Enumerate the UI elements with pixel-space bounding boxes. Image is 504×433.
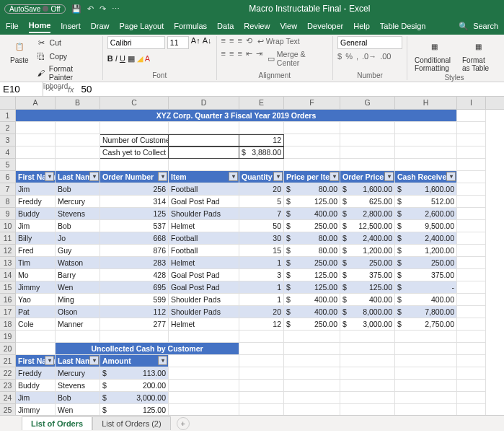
cell[interactable]: 20	[239, 306, 284, 318]
cell[interactable]: Stevens	[56, 208, 100, 220]
undo-icon[interactable]: ↶	[87, 4, 94, 14]
filter-dropdown-icon[interactable]: ▾	[45, 356, 54, 365]
cell[interactable]: $400.00	[284, 306, 340, 318]
cell[interactable]	[16, 134, 56, 146]
cell[interactable]: 695	[100, 281, 169, 294]
cell[interactable]	[457, 343, 486, 355]
cell[interactable]	[56, 331, 100, 343]
row-header[interactable]: 12	[0, 245, 16, 257]
align-left-icon[interactable]: ≡	[221, 49, 226, 68]
cell[interactable]	[457, 331, 486, 343]
cell[interactable]	[457, 159, 486, 171]
cell[interactable]	[169, 404, 239, 415]
copy-button[interactable]: ⿻Copy	[35, 50, 98, 63]
row-header[interactable]: 9	[0, 208, 16, 220]
cell[interactable]	[16, 146, 56, 159]
row-header[interactable]: 3	[0, 134, 16, 146]
cell[interactable]	[457, 281, 486, 294]
row-header[interactable]: 8	[0, 196, 16, 208]
cell[interactable]	[239, 122, 284, 134]
font-color-icon[interactable]: A	[145, 54, 150, 64]
tab-file[interactable]: File	[6, 19, 19, 32]
increase-decimal-icon[interactable]: .0→	[362, 52, 376, 61]
cell[interactable]: Bob	[56, 183, 100, 196]
cell[interactable]: 1	[239, 281, 284, 294]
cell[interactable]	[457, 110, 486, 122]
cell[interactable]: 15	[239, 245, 284, 257]
col-header[interactable]: F	[284, 97, 340, 109]
cell[interactable]: Helmet	[169, 220, 239, 232]
cell[interactable]	[457, 294, 486, 306]
cell[interactable]	[457, 134, 486, 146]
redo-icon[interactable]: ↷	[100, 4, 106, 14]
indent-decrease-icon[interactable]: ⇤	[246, 49, 252, 68]
cell[interactable]	[284, 122, 340, 134]
cell[interactable]	[395, 134, 457, 146]
cell[interactable]	[457, 183, 486, 196]
cell[interactable]: Quantity▾	[239, 171, 284, 183]
cell[interactable]	[284, 343, 340, 355]
cell[interactable]: Jimmy	[16, 281, 56, 294]
cell[interactable]: $3,888.00	[239, 146, 284, 159]
tab-developer[interactable]: Developer	[307, 19, 343, 32]
cell[interactable]: 314	[100, 196, 169, 208]
cell[interactable]: $2,600.00	[395, 208, 457, 220]
cell[interactable]: Cash Received▾	[395, 171, 457, 183]
filter-dropdown-icon[interactable]: ▾	[158, 356, 167, 365]
number-format-select[interactable]	[337, 36, 402, 49]
row-header[interactable]: 20	[0, 343, 16, 355]
tab-page-layout[interactable]: Page Layout	[119, 19, 164, 32]
cell[interactable]: Watson	[56, 257, 100, 269]
cell[interactable]	[169, 134, 239, 146]
cell[interactable]	[340, 404, 395, 415]
cell[interactable]	[169, 380, 239, 392]
cell[interactable]	[169, 392, 239, 404]
enter-formula-icon[interactable]: ✓	[57, 84, 63, 94]
cell[interactable]	[340, 134, 395, 146]
cell[interactable]	[457, 404, 486, 415]
bold-button[interactable]: B	[107, 54, 113, 64]
row-header[interactable]: 23	[0, 380, 16, 392]
formula-input[interactable]	[79, 82, 504, 96]
cell[interactable]: $200.00	[100, 380, 169, 392]
cell[interactable]: First Name▾	[16, 355, 56, 367]
tab-formulas[interactable]: Formulas	[174, 19, 207, 32]
cell[interactable]: Bob	[56, 392, 100, 404]
col-header[interactable]: A	[16, 97, 56, 109]
cell[interactable]: 12	[239, 318, 284, 331]
cell[interactable]	[457, 367, 486, 380]
cell[interactable]	[395, 367, 457, 380]
tab-review[interactable]: Review	[244, 19, 270, 32]
row-header[interactable]: 18	[0, 318, 16, 331]
cell[interactable]	[395, 331, 457, 343]
cell[interactable]	[239, 380, 284, 392]
cell[interactable]	[56, 122, 100, 134]
cell[interactable]: $2,400.00	[340, 232, 395, 245]
row-header[interactable]: 15	[0, 281, 16, 294]
cell[interactable]	[284, 134, 340, 146]
cell[interactable]: Goal Post Pad	[169, 269, 239, 281]
cell[interactable]	[239, 331, 284, 343]
paste-button[interactable]: 📋 Paste	[7, 36, 32, 66]
cell[interactable]	[340, 122, 395, 134]
cell[interactable]	[284, 392, 340, 404]
cell[interactable]	[169, 122, 239, 134]
cell[interactable]: Last Name▾	[56, 355, 100, 367]
tab-insert[interactable]: Insert	[61, 19, 81, 32]
cell[interactable]	[284, 146, 340, 159]
cell[interactable]	[395, 355, 457, 367]
cell[interactable]: $12,500.00	[340, 220, 395, 232]
col-header[interactable]: D	[169, 97, 239, 109]
cell[interactable]: $125.00	[284, 196, 340, 208]
italic-button[interactable]: I	[115, 54, 118, 64]
cell[interactable]	[284, 404, 340, 415]
row-header[interactable]: 16	[0, 294, 16, 306]
cell[interactable]	[56, 134, 100, 146]
cell[interactable]: $375.00	[395, 269, 457, 281]
row-header[interactable]: 6	[0, 171, 16, 183]
cell[interactable]: Order Price▾	[340, 171, 395, 183]
cell[interactable]: $400.00	[395, 294, 457, 306]
row-header[interactable]: 4	[0, 146, 16, 159]
cell[interactable]	[169, 355, 239, 367]
cell[interactable]: $375.00	[340, 269, 395, 281]
